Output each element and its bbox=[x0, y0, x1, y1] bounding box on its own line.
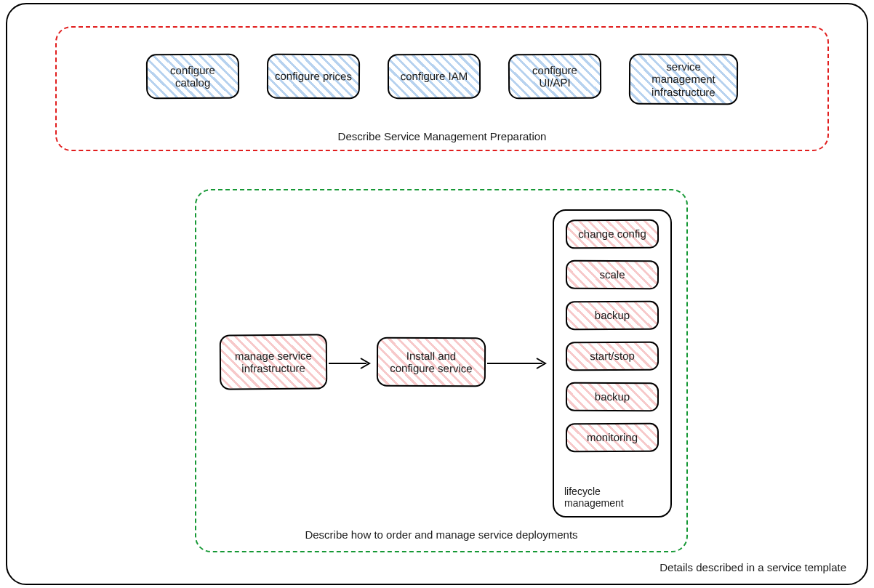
block-monitoring: monitoring bbox=[566, 423, 659, 452]
block-backup-1: backup bbox=[566, 301, 659, 330]
block-label: start/stop bbox=[590, 350, 635, 363]
group-order-and-manage: manage service infrastructure Install an… bbox=[195, 189, 688, 552]
block-label: backup bbox=[595, 309, 630, 321]
arrow-step1-step2 bbox=[329, 358, 375, 369]
arrow-step2-lifecycle bbox=[487, 358, 553, 369]
block-configure-prices: configure prices bbox=[267, 54, 360, 100]
block-label: Install and configure service bbox=[384, 349, 478, 374]
group-service-management-preparation: configure catalog configure prices confi… bbox=[55, 26, 829, 151]
block-label: configure prices bbox=[275, 70, 352, 83]
block-label: change config bbox=[578, 227, 646, 241]
block-label: monitoring bbox=[587, 431, 638, 443]
block-start-stop: start/stop bbox=[566, 342, 659, 371]
block-label: manage service infrastructure bbox=[227, 349, 320, 374]
outer-caption: Details described in a service template bbox=[659, 561, 846, 573]
preparation-row: configure catalog configure prices confi… bbox=[57, 54, 827, 105]
block-label: service management infrastructure bbox=[636, 60, 731, 98]
group-caption: Describe how to order and manage service… bbox=[196, 528, 686, 541]
block-configure-ui-api: configure UI/API bbox=[508, 54, 601, 100]
block-configure-iam: configure IAM bbox=[388, 54, 481, 99]
block-manage-service-infrastructure: manage service infrastructure bbox=[220, 334, 328, 390]
lifecycle-caption: lifecycle management bbox=[564, 486, 660, 512]
block-service-management-infrastructure: service management infrastructure bbox=[629, 54, 738, 105]
block-configure-catalog: configure catalog bbox=[146, 54, 239, 100]
block-install-configure-service: Install and configure service bbox=[377, 337, 486, 387]
block-label: configure catalog bbox=[153, 63, 232, 89]
block-scale: scale bbox=[566, 260, 659, 290]
group-caption: Describe Service Management Preparation bbox=[57, 130, 827, 142]
block-label: backup bbox=[595, 390, 630, 403]
block-backup-2: backup bbox=[566, 382, 659, 412]
lifecycle-management-box: change config scale backup start/stop ba… bbox=[553, 209, 672, 517]
diagram-canvas: configure catalog configure prices confi… bbox=[0, 0, 874, 588]
block-label: configure IAM bbox=[401, 70, 468, 83]
block-change-config: change config bbox=[566, 220, 659, 249]
outer-frame: configure catalog configure prices confi… bbox=[6, 3, 868, 585]
block-label: scale bbox=[599, 268, 625, 281]
block-label: configure UI/API bbox=[516, 63, 594, 89]
